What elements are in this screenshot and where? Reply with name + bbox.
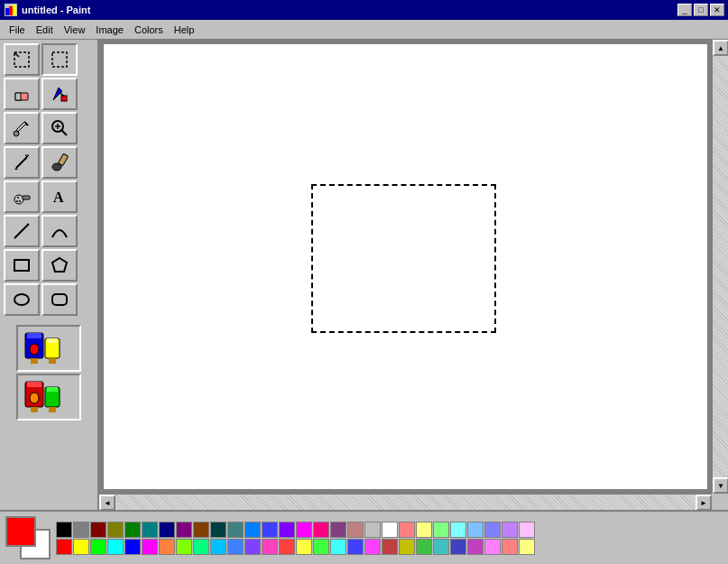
palette-swatch[interactable] — [502, 522, 518, 538]
scroll-v-track[interactable] — [713, 56, 728, 477]
scroll-right-button[interactable]: ► — [696, 495, 712, 510]
palette-swatch[interactable] — [467, 539, 484, 555]
palette-swatch[interactable] — [433, 539, 449, 555]
palette-swatch[interactable] — [73, 522, 89, 538]
brush-tool[interactable] — [41, 146, 78, 179]
palette-swatch[interactable] — [296, 539, 312, 555]
palette-swatch[interactable] — [347, 522, 364, 538]
menu-file[interactable]: File — [4, 23, 31, 37]
scroll-left-button[interactable]: ◄ — [99, 495, 115, 510]
scroll-up-button[interactable]: ▲ — [713, 40, 728, 56]
palette-swatch[interactable] — [279, 539, 295, 555]
palette-swatch[interactable] — [416, 522, 432, 538]
palette-swatch[interactable] — [90, 539, 106, 555]
palette-swatch[interactable] — [296, 522, 312, 538]
palette-swatch[interactable] — [193, 539, 209, 555]
palette-swatch[interactable] — [313, 539, 329, 555]
svg-point-21 — [52, 163, 61, 171]
horizontal-scrollbar[interactable]: ◄ ► — [99, 494, 712, 510]
palette-swatch[interactable] — [244, 522, 261, 538]
palette-swatch[interactable] — [73, 539, 89, 555]
palette-swatch[interactable] — [107, 539, 124, 555]
palette-swatch[interactable] — [124, 522, 141, 538]
palette-swatch[interactable] — [193, 522, 209, 538]
menu-image[interactable]: Image — [90, 23, 129, 37]
palette-swatch[interactable] — [56, 539, 72, 555]
palette-swatch[interactable] — [227, 522, 244, 538]
palette-swatch[interactable] — [210, 522, 226, 538]
minimize-button[interactable]: _ — [677, 4, 692, 16]
palette-swatch[interactable] — [313, 522, 329, 538]
pencil-tool[interactable] — [4, 146, 40, 179]
palette-swatch[interactable] — [330, 522, 346, 538]
text-tool[interactable]: A — [41, 180, 78, 213]
palette-swatch[interactable] — [210, 539, 226, 555]
rounded-rect-tool[interactable] — [41, 283, 78, 316]
menu-colors[interactable]: Colors — [129, 23, 169, 37]
palette-swatch[interactable] — [433, 522, 449, 538]
line-tool[interactable] — [4, 215, 40, 247]
scroll-h-track[interactable] — [115, 495, 696, 510]
rectangle-tool[interactable] — [4, 249, 40, 282]
foreground-color-box[interactable] — [16, 325, 81, 372]
palette-swatch[interactable] — [519, 539, 535, 555]
paint-canvas[interactable] — [103, 43, 708, 490]
eraser-tool[interactable] — [4, 78, 40, 110]
polygon-tool[interactable] — [41, 249, 78, 282]
palette-swatch[interactable] — [176, 539, 192, 555]
palette-swatch[interactable] — [159, 522, 175, 538]
palette-swatch[interactable] — [416, 539, 432, 555]
ellipse-tool[interactable] — [4, 283, 40, 316]
palette-swatch[interactable] — [450, 539, 466, 555]
menu-bar: File Edit View Image Colors Help — [0, 20, 728, 40]
scroll-down-button[interactable]: ▼ — [713, 477, 728, 494]
palette-swatch[interactable] — [364, 522, 381, 538]
airbrush-tool[interactable] — [4, 180, 40, 213]
palette-swatch[interactable] — [484, 522, 501, 538]
palette-swatch[interactable] — [176, 522, 192, 538]
palette-swatch[interactable] — [502, 539, 518, 555]
rect-select-tool[interactable] — [41, 43, 78, 76]
palette-swatch[interactable] — [124, 539, 141, 555]
menu-help[interactable]: Help — [169, 23, 200, 37]
palette-swatch[interactable] — [399, 522, 415, 538]
palette-swatch[interactable] — [107, 522, 124, 538]
palette-swatch[interactable] — [142, 539, 158, 555]
palette-swatch[interactable] — [90, 522, 106, 538]
background-color-box[interactable] — [16, 374, 81, 421]
palette-swatch[interactable] — [519, 522, 535, 538]
palette-swatch[interactable] — [364, 539, 381, 555]
magnify-tool[interactable] — [41, 112, 78, 144]
foreground-swatch[interactable] — [5, 516, 36, 547]
palette-swatch[interactable] — [142, 522, 158, 538]
svg-rect-34 — [27, 333, 41, 338]
palette-swatch[interactable] — [279, 522, 295, 538]
palette-swatch[interactable] — [382, 539, 398, 555]
maximize-button[interactable]: □ — [694, 4, 708, 16]
palette-swatch[interactable] — [56, 522, 72, 538]
palette-swatch[interactable] — [262, 539, 278, 555]
curve-tool[interactable] — [41, 215, 78, 247]
palette-swatch[interactable] — [262, 522, 278, 538]
canvas-scroll-area: ▲ ▼ ◄ ► — [99, 40, 728, 510]
menu-view[interactable]: View — [59, 23, 91, 37]
palette-swatch[interactable] — [347, 539, 364, 555]
vertical-scrollbar[interactable]: ▲ ▼ — [712, 40, 728, 494]
palette-swatch[interactable] — [227, 539, 244, 555]
close-button[interactable]: ✕ — [710, 4, 724, 16]
window-title: untitled - Paint — [22, 5, 90, 15]
palette-swatch[interactable] — [467, 522, 484, 538]
palette-swatch[interactable] — [159, 539, 175, 555]
svg-text:A: A — [53, 190, 64, 205]
palette-swatch[interactable] — [330, 539, 346, 555]
menu-edit[interactable]: Edit — [31, 23, 59, 37]
palette-swatch[interactable] — [382, 522, 398, 538]
palette-swatch[interactable] — [399, 539, 415, 555]
palette-swatch[interactable] — [450, 522, 466, 538]
eyedropper-tool[interactable] — [4, 112, 40, 144]
palette-swatch[interactable] — [244, 539, 261, 555]
fill-tool[interactable] — [41, 78, 78, 110]
color-preview-area — [4, 325, 94, 421]
free-select-tool[interactable] — [4, 43, 40, 76]
palette-swatch[interactable] — [484, 539, 501, 555]
